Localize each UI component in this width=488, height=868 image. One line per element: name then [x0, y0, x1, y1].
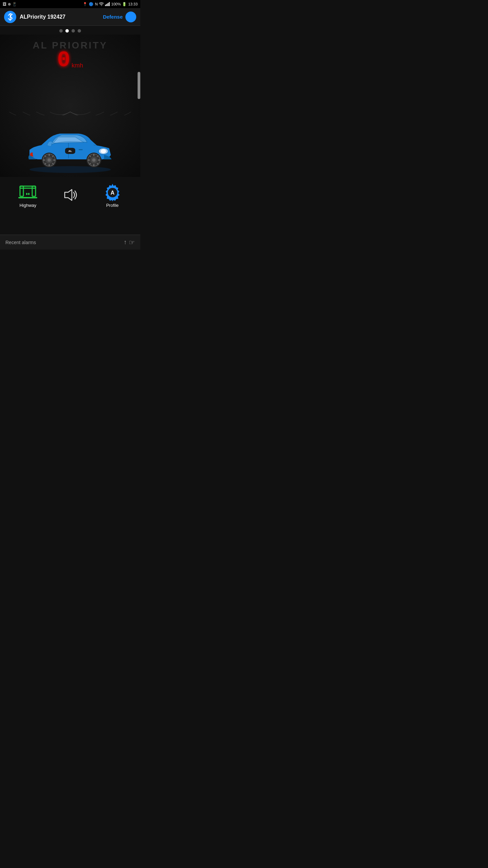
page-dot-3[interactable]: [72, 29, 75, 33]
svg-rect-41: [26, 193, 27, 195]
svg-rect-2: [107, 3, 108, 6]
app-title: ALPriority 192427: [20, 14, 65, 20]
phone-icon: 📱: [12, 2, 17, 6]
svg-rect-1: [106, 4, 107, 6]
svg-text:AL: AL: [68, 150, 72, 153]
svg-point-7: [101, 149, 106, 153]
highway-label: Highway: [19, 203, 36, 208]
battery-percentage: 100%: [111, 2, 121, 6]
speed-value: 0: [57, 50, 70, 71]
gallery-icon: 🖼: [3, 2, 6, 6]
speed-unit: kmh: [72, 62, 83, 71]
status-right-info: 📍 🔵 N 100% 🔋 13:33: [83, 2, 138, 6]
app-bar: ALPriority 192427 Defense: [0, 8, 140, 26]
svg-rect-36: [79, 149, 83, 150]
svg-point-15: [92, 158, 96, 162]
app-bar-right: Defense: [103, 12, 136, 22]
controls-row: Highway A Profile: [0, 177, 140, 213]
car-illustration: AL AL: [19, 119, 121, 174]
profile-label: Profile: [106, 203, 119, 208]
svg-rect-39: [20, 186, 36, 188]
profile-button[interactable]: A Profile: [102, 182, 123, 208]
svg-text:A: A: [110, 190, 115, 196]
svg-point-27: [47, 158, 51, 162]
defense-label[interactable]: Defense: [103, 14, 123, 20]
up-arrow-icon: ↑: [124, 239, 127, 246]
page-dots: [0, 26, 140, 35]
car-svg: AL AL: [19, 119, 121, 174]
page-dot-1[interactable]: [59, 29, 63, 33]
status-left-icons: 🖼 ⊕ 📱: [3, 2, 17, 6]
highway-icon: [17, 182, 39, 201]
svg-point-5: [29, 166, 111, 173]
svg-rect-40: [18, 197, 37, 198]
target-icon: ⊕: [8, 2, 11, 6]
volume-icon: [59, 185, 81, 205]
location-icon: 📍: [83, 2, 87, 6]
status-bar: 🖼 ⊕ 📱 📍 🔵 N 100% 🔋 13:33: [0, 0, 140, 8]
bottom-right-icons: ↑ ☞: [124, 238, 135, 246]
volume-button[interactable]: [59, 185, 81, 205]
profile-icon: A: [102, 182, 123, 201]
page-dot-2[interactable]: [65, 29, 69, 33]
bluetooth-icon: [4, 11, 16, 23]
page-dot-4[interactable]: [78, 29, 81, 33]
signal-icon: [105, 2, 110, 6]
svg-rect-4: [109, 2, 110, 6]
svg-rect-42: [28, 193, 29, 195]
nfc-icon: N: [95, 2, 98, 6]
defense-toggle[interactable]: [125, 12, 136, 22]
main-content: AL PRIORITY 0 kmh: [0, 35, 140, 177]
wifi-icon: [99, 2, 104, 6]
app-bar-left: ALPriority 192427: [4, 11, 65, 23]
clock: 13:33: [128, 2, 138, 6]
recent-alarms-label[interactable]: Recent alarms: [5, 240, 36, 245]
speed-display: 0 kmh: [57, 50, 83, 71]
bluetooth-status-icon: 🔵: [89, 2, 94, 6]
highway-button[interactable]: Highway: [17, 182, 39, 208]
svg-rect-0: [105, 5, 106, 6]
hand-pointer-icon: ☞: [129, 238, 135, 246]
svg-rect-3: [108, 3, 109, 6]
bottom-bar: Recent alarms ↑ ☞: [0, 235, 140, 250]
battery-icon: 🔋: [122, 2, 127, 6]
